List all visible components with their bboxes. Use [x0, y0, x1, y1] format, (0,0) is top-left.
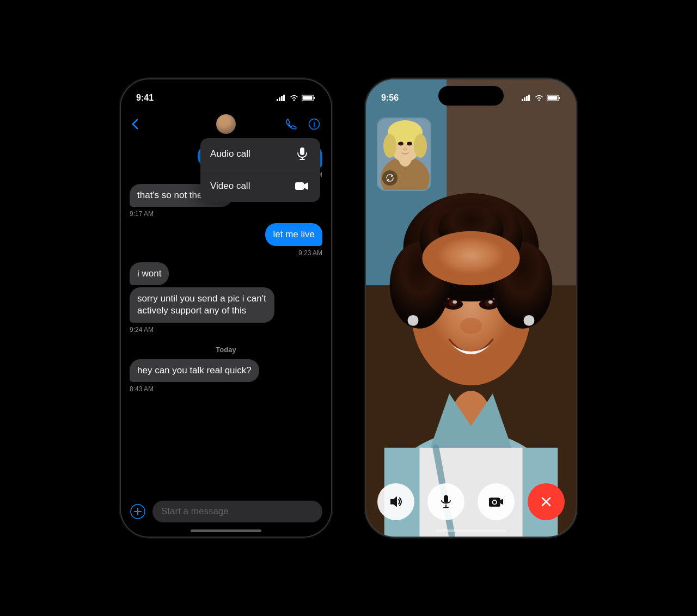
- nav-actions: i: [285, 118, 320, 130]
- svg-text:i: i: [313, 121, 315, 128]
- svg-point-31: [422, 231, 519, 286]
- message-text: i wont: [137, 268, 161, 279]
- message-text: hey can you talk real quick?: [137, 365, 252, 375]
- microphone-icon: [294, 146, 310, 162]
- speaker-button[interactable]: [377, 483, 414, 520]
- video-call-label: Video call: [210, 181, 250, 192]
- message-row: let me live: [130, 223, 322, 246]
- video-camera-icon: [294, 178, 310, 194]
- svg-rect-7: [303, 96, 313, 100]
- add-button[interactable]: [130, 503, 146, 520]
- message-time: 8:43 AM: [130, 385, 322, 393]
- dynamic-island: [193, 86, 259, 106]
- svg-rect-1: [279, 97, 280, 101]
- back-chevron-icon: [132, 119, 138, 130]
- svg-rect-48: [559, 97, 560, 99]
- home-indicator-right: [436, 529, 506, 532]
- input-placeholder: Start a message: [161, 506, 229, 517]
- svg-rect-49: [548, 96, 558, 100]
- message-input[interactable]: Start a message: [152, 501, 322, 522]
- svg-point-56: [414, 134, 427, 158]
- message-time: 9:24 AM: [130, 326, 322, 334]
- svg-rect-0: [277, 99, 278, 101]
- svg-marker-60: [390, 496, 397, 507]
- dropdown-menu[interactable]: Audio call Video call: [200, 138, 320, 202]
- mute-button[interactable]: [427, 483, 464, 520]
- svg-point-40: [524, 315, 535, 326]
- svg-rect-44: [526, 96, 528, 101]
- svg-point-4: [294, 100, 295, 101]
- wifi-icon-right: [535, 95, 543, 101]
- self-view: [377, 118, 431, 191]
- back-button[interactable]: [132, 119, 138, 130]
- left-phone: 9:41: [120, 78, 332, 538]
- message-bubble-received: hey can you talk real quick?: [130, 359, 259, 382]
- signal-icon-right: [522, 95, 531, 101]
- audio-call-item[interactable]: Audio call: [200, 138, 320, 170]
- message-row: sorry until you send a pic i can't activ…: [130, 287, 322, 322]
- messages-screen: 9:41: [121, 79, 331, 537]
- message-text: let me live: [273, 229, 315, 239]
- speaker-icon: [388, 494, 403, 509]
- svg-rect-10: [300, 147, 304, 155]
- message-time: 9:17 AM: [130, 210, 322, 218]
- facetime-screen: 9:56: [366, 79, 576, 537]
- message-bubble-received: i wont: [130, 262, 169, 285]
- status-bar-right: 9:56: [366, 79, 576, 109]
- svg-rect-2: [281, 96, 283, 101]
- message-bubble-received: sorry until you send a pic i can't activ…: [130, 287, 274, 322]
- message-bubble-sent: let me live: [265, 223, 322, 246]
- camera-icon: [488, 494, 504, 509]
- svg-rect-43: [524, 97, 525, 101]
- mute-icon: [438, 494, 454, 509]
- flip-camera-icon: [386, 174, 394, 182]
- info-icon[interactable]: i: [308, 118, 320, 130]
- battery-icon-right: [547, 95, 561, 101]
- right-phone: 9:56: [365, 78, 577, 538]
- status-icons-left: [277, 95, 316, 101]
- nav-bar: i: [121, 109, 331, 139]
- svg-point-58: [407, 142, 412, 146]
- status-icons-right: [522, 95, 561, 101]
- svg-rect-13: [295, 182, 304, 190]
- message-row: hey can you talk real quick?: [130, 359, 322, 382]
- battery-icon: [302, 95, 316, 101]
- svg-rect-45: [528, 95, 530, 101]
- svg-rect-3: [283, 95, 285, 101]
- facetime-controls: [366, 483, 576, 520]
- svg-point-38: [460, 318, 482, 334]
- svg-rect-6: [314, 97, 315, 99]
- svg-rect-42: [522, 99, 523, 101]
- flip-camera-button[interactable]: [382, 170, 398, 186]
- home-indicator: [191, 529, 261, 532]
- svg-rect-61: [444, 495, 448, 503]
- end-call-button[interactable]: [528, 483, 565, 520]
- wifi-icon: [290, 95, 298, 101]
- end-call-icon: [539, 494, 554, 509]
- status-time-left: 9:41: [136, 93, 154, 103]
- day-divider: Today: [130, 346, 322, 354]
- svg-point-59: [403, 147, 407, 151]
- svg-point-55: [383, 134, 396, 158]
- message-text: sorry until you send a pic i can't activ…: [137, 293, 266, 316]
- svg-point-46: [539, 100, 540, 101]
- video-call-item[interactable]: Video call: [200, 170, 320, 202]
- svg-point-39: [408, 315, 419, 326]
- camera-button[interactable]: [478, 483, 515, 520]
- phone-icon[interactable]: [285, 118, 297, 130]
- audio-call-label: Audio call: [210, 149, 250, 159]
- svg-point-36: [453, 300, 457, 304]
- signal-icon: [277, 95, 286, 101]
- message-time: 9:23 AM: [130, 249, 322, 257]
- plus-icon: [130, 504, 145, 519]
- svg-point-37: [488, 300, 493, 304]
- svg-point-57: [398, 142, 403, 146]
- contact-avatar[interactable]: [216, 114, 236, 134]
- status-time-right: 9:56: [381, 93, 399, 103]
- message-row: i wont: [130, 262, 322, 285]
